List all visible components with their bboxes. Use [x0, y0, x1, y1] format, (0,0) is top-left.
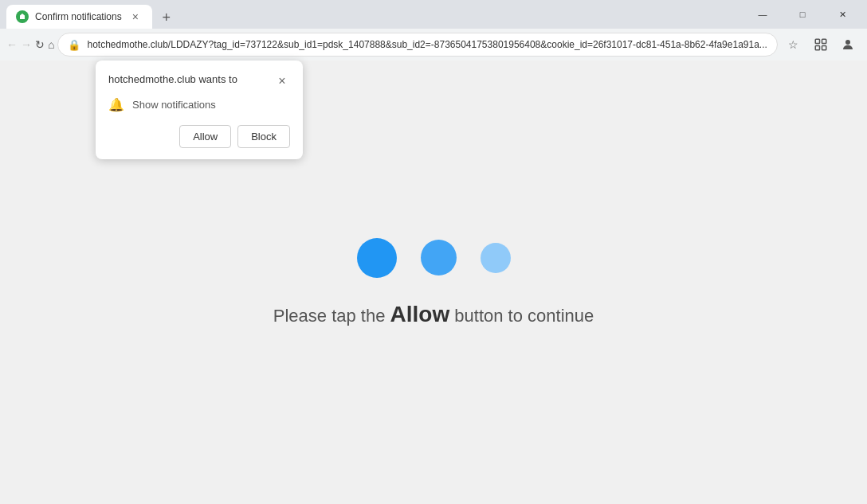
address-bar[interactable]: 🔒 hotchedmothe.club/LDDAZY?tag_id=737122…: [57, 33, 777, 57]
url-text: hotchedmothe.club/LDDAZY?tag_id=737122&s…: [87, 39, 767, 50]
minimize-button[interactable]: —: [744, 0, 781, 29]
active-tab[interactable]: Confirm notifications ×: [6, 5, 152, 29]
allow-button[interactable]: Allow: [179, 125, 231, 148]
popup-title: hotchedmothe.club wants to: [108, 73, 237, 85]
popup-close-button[interactable]: ×: [274, 73, 290, 89]
page-content: hotchedmothe.club wants to × 🔔 Show noti…: [0, 61, 867, 504]
notification-popup: hotchedmothe.club wants to × 🔔 Show noti…: [96, 61, 303, 159]
svg-rect-2: [815, 46, 819, 50]
home-button[interactable]: ⌂: [48, 32, 54, 57]
svg-rect-3: [822, 46, 826, 50]
profile-button[interactable]: [835, 32, 861, 57]
instruction-suffix: button to continue: [449, 306, 594, 326]
page-instruction: Please tap the Allow button to continue: [273, 302, 594, 327]
extensions-button[interactable]: [808, 32, 834, 57]
maximize-button[interactable]: □: [784, 0, 821, 29]
loading-dots: [357, 238, 511, 278]
instruction-prefix: Please tap the: [273, 306, 390, 326]
dot-2: [421, 240, 457, 275]
instruction-emphasis: Allow: [390, 302, 450, 326]
dot-3: [481, 243, 511, 273]
lock-icon: 🔒: [68, 39, 80, 51]
window-controls: — □ ✕: [744, 0, 861, 29]
tab-favicon: [16, 10, 29, 23]
title-bar: Confirm notifications × + — □ ✕: [0, 0, 867, 29]
notification-label: Show notifications: [132, 99, 216, 111]
browser-window: Confirm notifications × + — □ ✕ ← → ↻ ⌂ …: [0, 0, 867, 504]
block-button[interactable]: Block: [237, 125, 290, 148]
popup-buttons: Allow Block: [108, 125, 290, 148]
toolbar-actions: ☆ ⋮: [781, 32, 867, 57]
forward-button[interactable]: →: [21, 32, 32, 57]
reload-button[interactable]: ↻: [35, 32, 45, 57]
dot-1: [357, 238, 397, 278]
new-tab-button[interactable]: +: [155, 6, 178, 29]
svg-rect-0: [815, 39, 819, 43]
tab-title: Confirm notifications: [35, 11, 122, 22]
tab-close-button[interactable]: ×: [128, 10, 143, 24]
more-button[interactable]: ⋮: [862, 32, 867, 57]
bell-icon: 🔔: [108, 97, 124, 112]
close-button[interactable]: ✕: [824, 0, 861, 29]
popup-header: hotchedmothe.club wants to ×: [108, 73, 290, 89]
svg-rect-1: [822, 39, 826, 43]
tab-strip: Confirm notifications × +: [6, 0, 744, 29]
bookmark-button[interactable]: ☆: [781, 32, 806, 57]
toolbar: ← → ↻ ⌂ 🔒 hotchedmothe.club/LDDAZY?tag_i…: [0, 29, 867, 61]
svg-point-4: [845, 40, 850, 45]
popup-notification-row: 🔔 Show notifications: [108, 97, 290, 112]
back-button[interactable]: ←: [6, 32, 18, 57]
